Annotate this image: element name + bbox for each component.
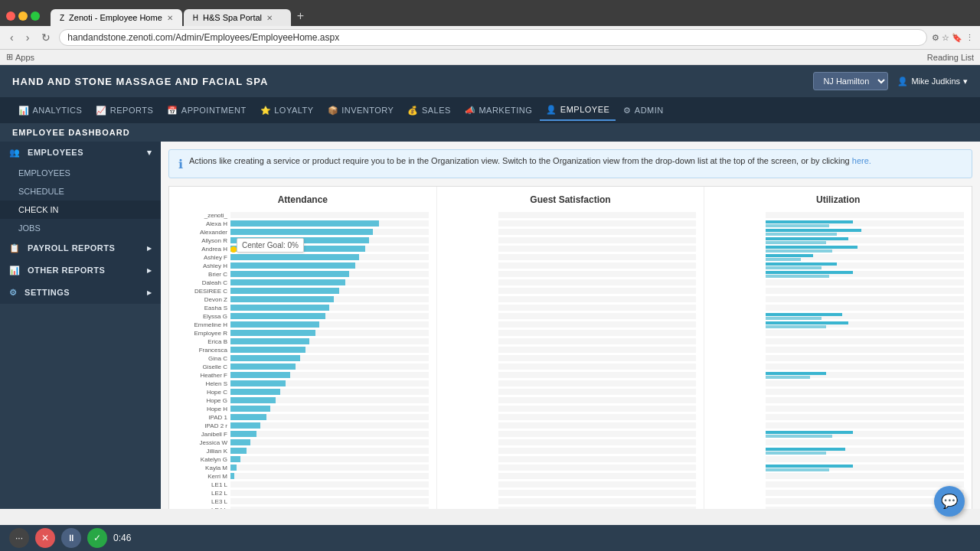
attendance-bar-container <box>230 397 429 403</box>
nav-inventory[interactable]: 📦 INVENTORY <box>322 101 400 120</box>
payroll-section-icon: 📋 <box>9 243 21 253</box>
attendance-bar <box>230 271 349 277</box>
address-bar[interactable]: handandstone.zenoti.com/Admin/Employees/… <box>59 29 927 46</box>
nav-analytics[interactable]: 📊 ANALYTICS <box>12 101 88 120</box>
util-bar-primary <box>766 448 844 451</box>
user-menu[interactable]: 👤 Mike Judkins ▾ <box>897 77 968 86</box>
guest-chart-row <box>445 422 697 429</box>
nav-admin[interactable]: ⚙ ADMIN <box>617 101 669 120</box>
reload-button[interactable]: ↻ <box>38 30 54 45</box>
util-bar-container <box>766 279 964 285</box>
new-tab-button[interactable]: + <box>292 6 309 26</box>
minimize-dot[interactable] <box>18 11 28 21</box>
reading-list-link[interactable]: Reading List <box>927 53 974 62</box>
info-here-link[interactable]: here. <box>852 156 871 165</box>
attendance-bar-container <box>230 254 429 260</box>
maximize-dot[interactable] <box>31 11 40 21</box>
guest-bar-container <box>498 279 697 285</box>
attendance-chart-row: Francesca <box>177 346 429 354</box>
util-chart-row <box>712 329 964 337</box>
nav-reports[interactable]: 📈 REPORTS <box>90 101 159 120</box>
nav-extras: ⚙ ☆ 🔖 ⋮ <box>932 33 974 43</box>
attendance-chart-row: Easha S <box>177 304 429 311</box>
attendance-bar <box>230 347 305 353</box>
settings-chevron-icon: ▸ <box>147 288 152 298</box>
tab-close-icon[interactable]: ✕ <box>167 14 173 22</box>
guest-satisfaction-chart-container: 01234 <box>445 211 697 509</box>
util-bar-secondary <box>766 275 829 278</box>
nav-marketing[interactable]: 📣 MARKETING <box>459 101 538 120</box>
util-chart-row <box>712 304 964 311</box>
sidebar-section-employees-header[interactable]: 👥 EMPLOYEES ▾ <box>0 142 161 164</box>
attendance-chart-container: _zenoti_Alexa HAlexanderAllyson RAndrea … <box>177 211 429 509</box>
attendance-bar-container <box>230 212 429 218</box>
util-bar-primary <box>766 271 853 274</box>
attendance-bar-container <box>230 262 429 269</box>
nav-employee[interactable]: 👤 EMPLOYEE <box>540 100 616 121</box>
tab-favicon-2: H <box>193 14 198 22</box>
user-icon: 👤 <box>897 77 908 86</box>
guest-chart-row <box>445 312 697 320</box>
guest-bar-container <box>498 439 697 445</box>
nav-sales[interactable]: 💰 SALES <box>401 101 456 120</box>
other-reports-chevron-icon: ▸ <box>147 266 152 276</box>
tab-close-icon-2[interactable]: ✕ <box>266 14 273 22</box>
tab-spa-portal[interactable]: H H&S Spa Portal ✕ <box>184 9 291 26</box>
util-bar-primary <box>766 313 841 316</box>
attendance-chart-row: LE4 L <box>177 506 429 509</box>
guest-chart-row <box>445 295 697 303</box>
attendance-label: Gina C <box>177 355 230 362</box>
attendance-label: Kayla M <box>177 465 230 471</box>
attendance-chart-row: Devon Z <box>177 295 429 303</box>
nav-loyalty[interactable]: ⭐ LOYALTY <box>254 101 320 120</box>
guest-chart-row <box>445 464 697 471</box>
attendance-bar <box>230 338 309 344</box>
guest-bar-container <box>498 212 697 218</box>
util-bar-container <box>766 481 964 487</box>
attendance-bar-container <box>230 439 429 445</box>
info-text: Actions like creating a service or produ… <box>189 156 871 165</box>
util-bar-container <box>766 389 964 395</box>
util-chart-row <box>712 405 964 412</box>
forward-button[interactable]: › <box>22 30 34 45</box>
guest-bar-container <box>498 448 697 454</box>
sidebar-item-jobs[interactable]: JOBS <box>0 219 161 237</box>
title-bar: Z Zenoti - Employee Home ✕ H H&S Spa Por… <box>0 0 980 26</box>
util-chart-row <box>712 481 964 488</box>
util-chart-row <box>712 279 964 286</box>
apps-grid-icon: ⊞ <box>6 52 13 62</box>
nav-appointment[interactable]: 📅 APPOINTMENT <box>161 101 252 120</box>
attendance-chart-row: Andrea HCenter Goal: 0% <box>177 245 429 253</box>
user-chevron-icon: ▾ <box>963 77 968 86</box>
guest-bar-container <box>498 372 697 378</box>
sidebar-item-check-in[interactable]: CHECK IN <box>0 201 161 219</box>
attendance-label: LE1 L <box>177 481 230 488</box>
sidebar-section-payroll-header[interactable]: 📋 PAYROLL REPORTS ▸ <box>0 237 161 259</box>
util-chart-row <box>712 354 964 362</box>
sidebar-section-settings-header[interactable]: ⚙ SETTINGS ▸ <box>0 282 161 304</box>
util-bar-container <box>766 406 964 412</box>
attendance-bar-container <box>230 431 429 437</box>
attendance-chart-row: IPAD 1 <box>177 413 429 421</box>
sidebar-item-schedule[interactable]: SCHEDULE <box>0 182 161 201</box>
apps-bookmark[interactable]: ⊞ Apps <box>6 52 34 62</box>
attendance-bar-container <box>230 338 429 344</box>
attendance-bar-container <box>230 498 429 504</box>
main-content: 👥 EMPLOYEES ▾ EMPLOYEES SCHEDULE CHECK I… <box>0 142 980 509</box>
attendance-label: Ashley H <box>177 262 230 269</box>
attendance-label: Emmeline H <box>177 321 230 328</box>
attendance-label: Brier C <box>177 271 230 278</box>
menu-icon[interactable]: ⋮ <box>965 33 974 43</box>
tab-label-2: H&S Spa Portal <box>203 13 262 22</box>
util-bar-container <box>766 338 964 344</box>
guest-bar-container <box>498 288 697 294</box>
location-selector[interactable]: NJ Hamilton <box>813 72 888 90</box>
sidebar-section-other-reports-header[interactable]: 📊 OTHER REPORTS ▸ <box>0 259 161 282</box>
back-button[interactable]: ‹ <box>6 30 18 45</box>
attendance-label: Employee R <box>177 330 230 337</box>
tab-employee-home[interactable]: Z Zenoti - Employee Home ✕ <box>51 9 182 26</box>
attendance-bar-container <box>230 296 429 302</box>
util-chart-row <box>712 472 964 480</box>
close-dot[interactable] <box>6 11 15 21</box>
sidebar-item-employees[interactable]: EMPLOYEES <box>0 164 161 182</box>
